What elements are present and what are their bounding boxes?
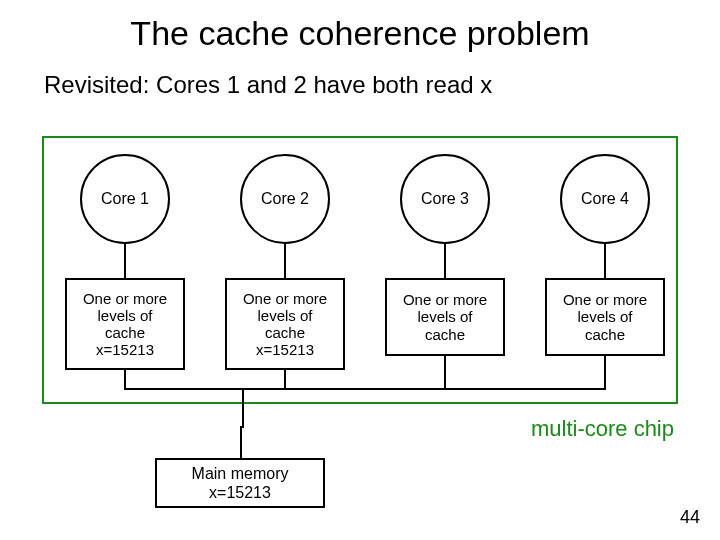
chip-outline: Core 1 Core 2 Core 3 Core 4 One or morel… [42,136,678,404]
connector-cache1-bus [124,370,126,388]
connector-chip-memory [240,426,242,458]
cache-3: One or morelevels ofcache [385,278,505,356]
core-4: Core 4 [560,154,650,244]
cache-2: One or morelevels ofcachex=15213 [225,278,345,370]
connector-cache3-bus [444,356,446,388]
chip-content: Core 1 Core 2 Core 3 Core 4 One or morel… [44,138,676,402]
connector-cache2-bus [284,370,286,388]
connector-core4-cache4 [604,244,606,278]
subtitle: Revisited: Cores 1 and 2 have both read … [0,53,720,99]
connector-cache4-bus [604,356,606,388]
cache-4: One or morelevels ofcache [545,278,665,356]
core-3: Core 3 [400,154,490,244]
core-1: Core 1 [80,154,170,244]
connector-core3-cache3 [444,244,446,278]
chip-label: multi-core chip [531,416,674,442]
cache-1: One or morelevels ofcachex=15213 [65,278,185,370]
connector-core1-cache1 [124,244,126,278]
bus-line [124,388,606,390]
page-number: 44 [680,507,700,528]
page-title: The cache coherence problem [0,0,720,53]
connector-bus-memory [242,388,244,428]
core-2: Core 2 [240,154,330,244]
connector-core2-cache2 [284,244,286,278]
main-memory: Main memoryx=15213 [155,458,325,508]
